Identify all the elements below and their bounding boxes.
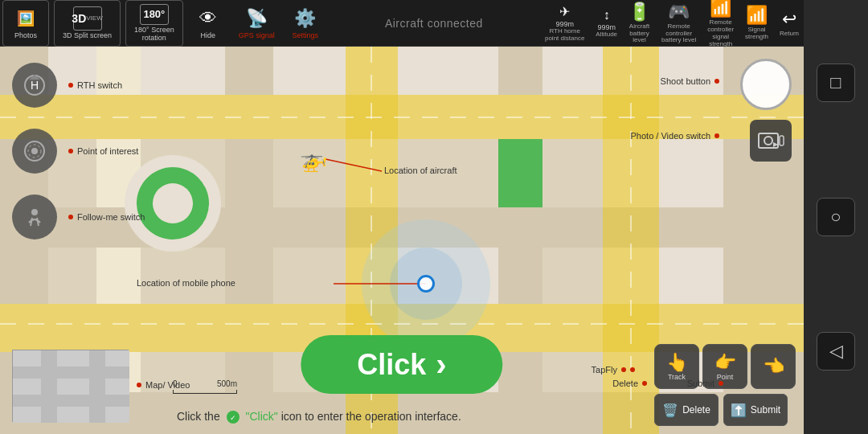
click-button[interactable]: Click › [301, 335, 502, 394]
aircraft-location-label: Location of aircraft [384, 166, 457, 175]
rth-label: RTH switch [68, 80, 122, 90]
shoot-dot [714, 79, 719, 84]
rth-row: H RTH switch [12, 63, 57, 108]
aircraft-battery-status: 🔋 Aircraftbatterylevel [624, 0, 655, 46]
map-thumbnail[interactable] [12, 350, 129, 422]
signal-strength-status: 📶 Signalstrength [740, 3, 773, 43]
settings-label: Settings [292, 32, 318, 40]
180-icon: 180° [140, 4, 169, 25]
svg-rect-51 [13, 350, 129, 423]
trash-icon: 🗑️ [662, 403, 678, 418]
rc-signal-status: 📶 Remotecontrollersignalstrength [702, 0, 739, 50]
poi-row: Point of interest [12, 129, 57, 174]
svg-point-44 [31, 148, 38, 154]
3d-split-button[interactable]: 3DVIEW 3D Split screen [54, 0, 121, 47]
followme-button[interactable] [12, 194, 57, 240]
return-icon: ↩ [782, 9, 796, 30]
map-area[interactable]: 🚁 Location of aircraft Location of mobil… [0, 47, 804, 434]
return-button[interactable]: ↩ Return [775, 7, 804, 39]
delete-label-annotation: Delete [612, 379, 647, 388]
photo-video-label: Photo / Video switch [631, 131, 719, 141]
svg-text:▶: ▶ [773, 141, 779, 148]
eye-icon: 👁 [194, 6, 223, 31]
altitude-status: ↕ 999m Altitude [591, 6, 622, 40]
svg-rect-55 [89, 350, 105, 423]
followme-label: Follow-me switch [68, 212, 145, 222]
delete-btn-label: Delete [682, 404, 710, 416]
poi-icon [23, 139, 47, 163]
3d-split-label: 3D Split screen [63, 32, 112, 40]
svg-rect-32 [498, 139, 542, 207]
followme-icon [23, 205, 47, 229]
svg-text:H: H [31, 79, 39, 92]
svg-text:✓: ✓ [230, 414, 236, 422]
swipe-button[interactable]: 👈 [751, 344, 796, 389]
svg-rect-54 [41, 350, 57, 423]
bottom-instruction: Click the ✓ "Click" icon to enter the op… [177, 410, 461, 424]
svg-point-46 [31, 209, 38, 215]
left-panel: H RTH switch Point of interest [12, 63, 57, 240]
click-icon-small: ✓ [226, 410, 240, 424]
status-group: ✈ 999m RTH homepoint distance ↕ 999m Alt… [540, 0, 804, 50]
point-icon: 👉 [714, 352, 736, 373]
bottom-before: Click the [177, 410, 220, 423]
altitude-icon: ↕ [604, 8, 610, 23]
svg-rect-21 [48, 248, 96, 304]
poi-button[interactable] [12, 129, 57, 174]
submit-dot [719, 381, 723, 386]
scale-bar: 0 500m [173, 379, 237, 394]
bottom-highlight: "Click" [245, 410, 277, 423]
svg-rect-53 [13, 395, 129, 407]
hide-label: Hide [200, 32, 215, 40]
phone-location-label: Location of mobile phone [137, 278, 235, 288]
track-icon: 👆 [666, 352, 688, 373]
photo-video-button[interactable]: ▶ [750, 120, 792, 162]
rc-signal-icon: 📶 [710, 0, 731, 18]
followme-row: Follow-me switch [12, 194, 57, 240]
track-label: Track [668, 373, 686, 381]
camera-icon: ▶ [755, 125, 786, 156]
svg-rect-49 [780, 136, 784, 145]
settings-icon: ⚙️ [291, 6, 320, 31]
click-arrow: › [436, 346, 446, 383]
shoot-button[interactable] [740, 59, 792, 110]
toolbar: 🖼️ Photos 3DVIEW 3D Split screen 180° 18… [0, 0, 804, 47]
bottom-after: icon to enter the operation interface. [281, 410, 461, 423]
upload-icon: ⬆️ [731, 403, 747, 418]
phone-marker [417, 275, 435, 293]
rth-icon: ✈ [559, 4, 570, 19]
gps-label: GPS signal [239, 32, 275, 40]
thumbnail-map [13, 350, 129, 423]
hide-button[interactable]: 👁 Hide [186, 0, 231, 47]
svg-point-31 [153, 183, 193, 223]
photos-label: Photos [14, 32, 37, 40]
delete-submit-row: Delete 🗑️ Delete Submit ⬆️ Submit [654, 394, 796, 426]
photos-icon: 🖼️ [11, 6, 40, 31]
rth-dist-status: ✈ 999m RTH homepoint distance [540, 2, 589, 44]
submit-btn-label: Submit [751, 404, 780, 416]
gps-button[interactable]: 📡 GPS signal [231, 0, 283, 47]
action-buttons-panel: TapFly 👆 Track 👉 Point 👈 [654, 344, 796, 426]
settings-button[interactable]: ⚙️ Settings [283, 0, 328, 47]
svg-rect-23 [273, 248, 346, 304]
phone-circle-button[interactable]: ○ [817, 198, 855, 236]
aircraft-marker: 🚁 [300, 146, 328, 173]
180-label: 180° Screenrotation [134, 27, 174, 43]
scale-bar-line [173, 390, 237, 394]
phone-sidebar: □ ○ ◁ [804, 0, 868, 434]
svg-rect-24 [542, 248, 603, 304]
submit-label-annotation: Submit [687, 379, 723, 388]
delete-button[interactable]: 🗑️ Delete [654, 394, 719, 426]
phone-back-button[interactable]: ◁ [817, 332, 855, 371]
photos-button[interactable]: 🖼️ Photos [2, 0, 49, 47]
rc-battery-icon: 🎮 [668, 2, 690, 23]
tapfly-label: TapFly [592, 365, 635, 375]
rth-switch-button[interactable]: H [12, 63, 57, 108]
3d-icon: 3DVIEW [73, 6, 102, 31]
180-rotation-button[interactable]: 180° 180° Screenrotation [125, 0, 183, 47]
phone-square-button[interactable]: □ [817, 63, 855, 102]
submit-button[interactable]: ⬆️ Submit [723, 394, 788, 426]
signal-icon: 📶 [746, 5, 768, 26]
svg-point-48 [764, 137, 772, 145]
svg-rect-22 [141, 248, 225, 304]
